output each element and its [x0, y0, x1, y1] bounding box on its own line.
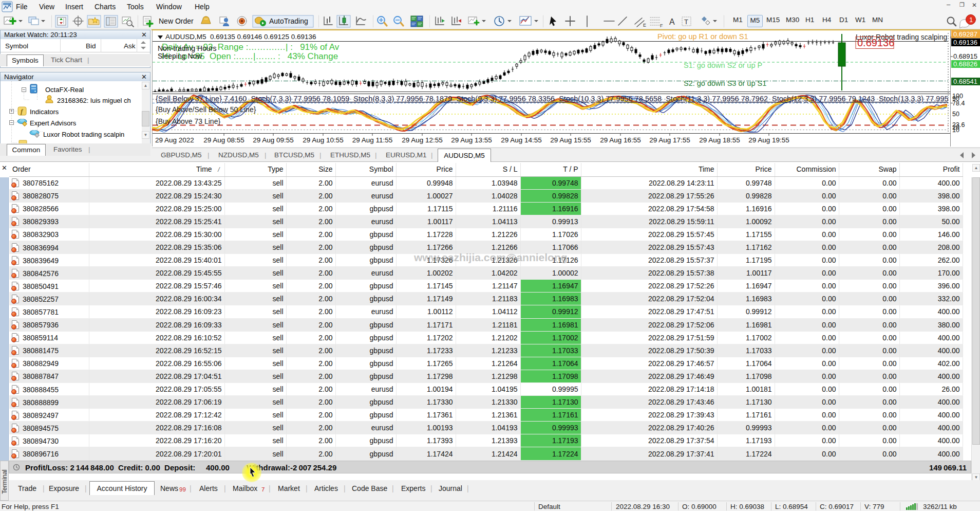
svg-text:Non-trading Hours: Non-trading Hours	[158, 44, 216, 52]
svg-text:0.68826: 0.68826	[953, 60, 977, 68]
svg-text:0.69287: 0.69287	[953, 30, 977, 38]
svg-text:AUDUSD,M5 0.69135 0.69146 0.6: AUDUSD,M5 0.69135 0.69146 0.69125 0.6913…	[165, 33, 316, 41]
svg-text:0.68915: 0.68915	[953, 52, 977, 60]
svg-text:0.69136: 0.69136	[857, 37, 894, 48]
svg-text:29 Aug 08:55: 29 Aug 08:55	[203, 136, 244, 144]
svg-text:29 Aug 11:55: 29 Aug 11:55	[352, 136, 393, 144]
svg-text:E: E	[643, 23, 646, 28]
svg-text:0.69136: 0.69136	[953, 39, 977, 46]
svg-text:29 Aug 19:55: 29 Aug 19:55	[748, 136, 789, 144]
svg-text:S1: go down S2 or up P: S1: go down S2 or up P	[684, 61, 762, 69]
svg-text:29 Aug 15:55: 29 Aug 15:55	[550, 136, 591, 144]
svg-text:29 Aug 10:55: 29 Aug 10:55	[303, 136, 344, 144]
svg-text:29 Aug 13:55: 29 Aug 13:55	[451, 136, 492, 144]
svg-text:T: T	[684, 18, 688, 26]
svg-text:{Sell Below 37 Line} 7.4160 S: {Sell Below 37 Line} 7.4160 Stoch(7,3,3)…	[156, 95, 980, 103]
svg-text:1: 1	[969, 16, 973, 24]
svg-text:{Buy Above/Sell Below 50 Line}: {Buy Above/Sell Below 50 Line}	[156, 105, 256, 114]
svg-text:29 Aug 18:55: 29 Aug 18:55	[699, 136, 740, 144]
svg-text:50: 50	[952, 111, 959, 118]
svg-text:S2: go down S3 or up S1: S2: go down S3 or up S1	[684, 79, 766, 87]
svg-text:Pivot: go up R1 or down S1: Pivot: go up R1 or down S1	[657, 32, 748, 41]
svg-text:29 Aug 2022: 29 Aug 2022	[155, 136, 194, 144]
svg-text:29 Aug 09:55: 29 Aug 09:55	[253, 136, 294, 144]
svg-text:10: 10	[952, 126, 959, 134]
svg-text:78.4: 78.4	[952, 100, 965, 107]
svg-text:29 Aug 14:55: 29 Aug 14:55	[501, 136, 542, 144]
svg-text:Sleeping Now: Sleeping Now	[158, 52, 202, 60]
svg-text:29 Aug 17:55: 29 Aug 17:55	[649, 136, 690, 144]
svg-text:F: F	[660, 23, 663, 28]
svg-text:0.68541: 0.68541	[953, 78, 977, 85]
svg-text:29 Aug 12:55: 29 Aug 12:55	[402, 136, 443, 144]
svg-text:29 Aug 16:55: 29 Aug 16:55	[600, 136, 641, 144]
svg-text:A: A	[669, 17, 675, 26]
svg-text:{Buy Above 73 Line}: {Buy Above 73 Line}	[156, 117, 220, 125]
